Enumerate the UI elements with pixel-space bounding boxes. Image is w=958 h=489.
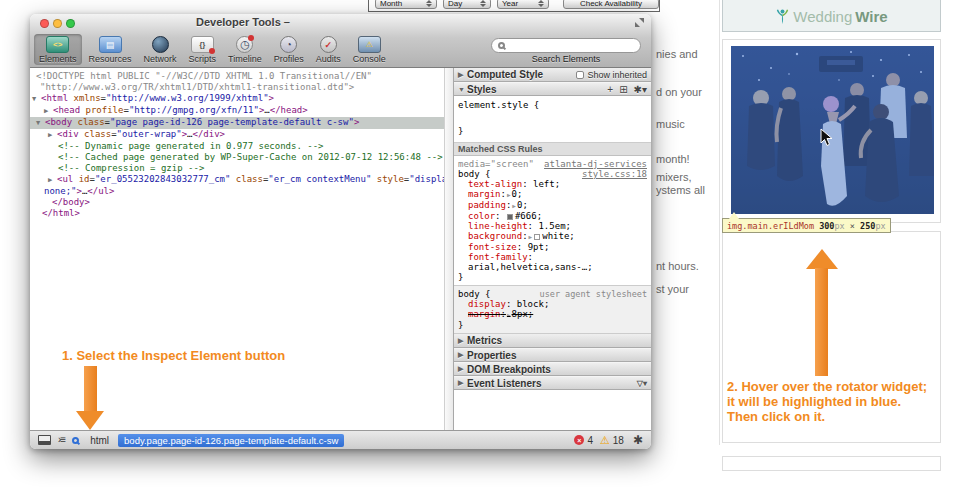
show-inherited-checkbox[interactable] <box>576 71 584 79</box>
element-picker-icon[interactable]: ⊞ <box>619 84 627 95</box>
dom-tree-line[interactable]: <!DOCTYPE html PUBLIC "-//W3C//DTD XHTML… <box>30 71 444 82</box>
month-select[interactable]: Month <box>375 0 437 9</box>
toolbar-tab-label: Audits <box>316 54 341 64</box>
section-computed-style[interactable]: ▶ Computed Style Show inherited <box>454 68 651 82</box>
dom-tree-line[interactable]: ▼<body class="page page-id-126 page-temp… <box>30 117 444 129</box>
warning-count[interactable]: 18 <box>613 435 624 446</box>
check-availability-button[interactable]: Check Availability <box>563 0 659 9</box>
month-select-label: Month <box>380 0 402 8</box>
rule1-props: text-align: left;margin:▶0;padding:▶0;co… <box>458 179 647 272</box>
annotation-step2: 2. Hover over the rotator widget;it will… <box>727 379 939 424</box>
search-field[interactable] <box>491 38 641 53</box>
year-select[interactable]: Year <box>497 0 549 9</box>
expand-shorthand-icon[interactable]: ▶ <box>528 233 534 240</box>
dom-tree-line[interactable]: <!-- Dynamic page generated in 0.977 sec… <box>30 141 444 152</box>
settings-gear-icon[interactable]: ✱ <box>633 433 643 447</box>
day-select[interactable]: Day <box>443 0 491 9</box>
devtools-statusbar: ›≡ html body.page.page-id-126.page-templ… <box>30 430 651 449</box>
error-count[interactable]: 4 <box>587 435 593 446</box>
toolbar-tab-resources[interactable]: Resources <box>84 34 137 65</box>
search-input[interactable] <box>505 41 615 51</box>
matched-css-rules-label: Matched CSS Rules <box>458 144 543 154</box>
search-area: Search Elements <box>491 38 641 64</box>
toolbar-tab-label: Profiles <box>274 54 304 64</box>
disclosure-down-icon[interactable]: ▼ <box>36 118 45 129</box>
toolbar-tab-console[interactable]: Console <box>348 34 391 65</box>
css-property[interactable]: font-family: arial,helvetica,sans-…; <box>458 252 647 272</box>
zoom-window-button[interactable] <box>66 19 75 28</box>
scrollbar[interactable] <box>444 68 454 430</box>
dom-tree-line[interactable]: "http://www.w3.org/TR/xhtml1/DTD/xhtml1-… <box>30 82 444 93</box>
inspect-element-button[interactable] <box>72 437 79 444</box>
minimize-window-button[interactable] <box>53 19 62 28</box>
css-rule-body: media="screen" atlanta-dj-services body … <box>454 156 651 285</box>
profiles-icon <box>280 36 297 53</box>
dom-tree-line[interactable]: <!-- Cached page generated by WP-Super-C… <box>30 152 444 163</box>
weddingwire-badge[interactable]: WeddingWire <box>722 0 941 32</box>
css-property[interactable]: display: block; <box>458 299 647 309</box>
section-metrics[interactable]: ▶Metrics <box>454 334 651 348</box>
breadcrumb-html[interactable]: html <box>90 435 109 446</box>
dock-to-window-icon[interactable] <box>38 435 51 445</box>
dom-tree-line[interactable]: </body> <box>30 197 444 208</box>
styles-sections: ▶Metrics▶Properties▶DOM Breakpoints▶Even… <box>454 334 651 390</box>
error-icon[interactable]: × <box>574 435 584 445</box>
stylesheet-line-link[interactable]: style.css:18 <box>582 169 647 179</box>
search-icon <box>498 42 505 49</box>
year-select-label: Year <box>502 0 518 8</box>
matched-css-rules-header: Matched CSS Rules <box>454 143 651 156</box>
filter-icon[interactable]: ▽▾ <box>637 379 647 388</box>
disclosure-right-icon: ▶ <box>458 71 467 79</box>
step2-arrow-up-icon <box>806 249 838 269</box>
disclosure-right-icon[interactable]: ▶ <box>48 175 57 186</box>
css-property[interactable]: text-align: left; <box>458 179 647 189</box>
dom-tree-line[interactable]: ▶<head profile="http://gmpg.org/xfn/11">… <box>30 105 444 117</box>
toolbar-tab-scripts[interactable]: Scripts <box>184 34 222 65</box>
toolbar-tab-profiles[interactable]: Profiles <box>269 34 309 65</box>
toolbar-tab-audits[interactable]: Audits <box>311 34 346 65</box>
styles-gear-icon[interactable]: ✱▾ <box>634 84 647 95</box>
css-property[interactable]: background:▶white; <box>458 231 647 242</box>
section-properties[interactable]: ▶Properties <box>454 348 651 362</box>
css-property[interactable]: margin:▶8px; <box>458 309 647 320</box>
toolbar-tab-network[interactable]: Network <box>139 34 182 65</box>
disclosure-right-icon: ▶ <box>458 351 467 359</box>
dom-tree-line[interactable]: none;">…</ul> <box>30 186 444 197</box>
mouse-cursor-icon <box>820 128 833 147</box>
section-styles[interactable]: ▼ Styles + ⊞ ✱▾ <box>454 82 651 96</box>
screen: Month Day Year Check Availability nies a… <box>0 0 958 489</box>
weddingwire-icon <box>775 8 790 25</box>
element-style-open: element.style { <box>458 99 647 111</box>
stepper-icon <box>480 0 486 7</box>
css-property[interactable]: font-size: 9pt; <box>458 242 647 252</box>
css-property[interactable]: color: #666; <box>458 211 647 221</box>
css-property[interactable]: margin:▶0; <box>458 189 647 200</box>
dom-tree-line[interactable]: <!-- Compression = gzip --> <box>30 163 444 174</box>
disclosure-right-icon[interactable]: ▶ <box>48 130 57 141</box>
annotation-step1: 1. Select the Inspect Element button <box>62 348 285 363</box>
stylesheet-host-link[interactable]: atlanta-dj-services <box>544 159 647 169</box>
expand-window-icon[interactable] <box>635 18 644 27</box>
devtools-toolbar-items: ElementsResourcesNetworkScriptsTimelineP… <box>34 34 391 65</box>
dom-tree-line[interactable]: ▼<html xmlns="http://www.w3.org/1999/xht… <box>30 93 444 105</box>
element-style-rule[interactable]: element.style { } <box>454 96 651 143</box>
media-query-label: media="screen" <box>458 159 534 169</box>
breadcrumb-body-selected[interactable]: body.page.page-id-126.page-template-defa… <box>118 434 344 447</box>
close-window-button[interactable] <box>40 19 49 28</box>
warning-icon[interactable]: ⚠ <box>600 435 610 446</box>
css-property[interactable]: padding:▶0; <box>458 200 647 211</box>
stepper-icon <box>426 0 432 7</box>
dom-tree-line[interactable]: ▶<div class="outer-wrap">…</div> <box>30 129 444 141</box>
computed-style-label: Computed Style <box>467 69 543 80</box>
disclosure-right-icon[interactable]: ▶ <box>44 106 53 117</box>
toolbar-tab-elements[interactable]: Elements <box>34 34 82 65</box>
console-drawer-icon[interactable]: ›≡ <box>58 435 65 445</box>
dom-tree-line[interactable]: ▶<ul id="er_05523202843032777_cm" class=… <box>30 174 444 186</box>
css-property[interactable]: line-height: 1.5em; <box>458 221 647 231</box>
add-style-rule-icon[interactable]: + <box>607 84 613 95</box>
section-dom-breakpoints[interactable]: ▶DOM Breakpoints <box>454 362 651 376</box>
dom-tree-line[interactable]: </html> <box>30 208 444 219</box>
disclosure-down-icon[interactable]: ▼ <box>32 94 41 105</box>
section-event-listeners[interactable]: ▶Event Listeners▽▾ <box>454 376 651 390</box>
toolbar-tab-timeline[interactable]: Timeline <box>223 34 267 65</box>
